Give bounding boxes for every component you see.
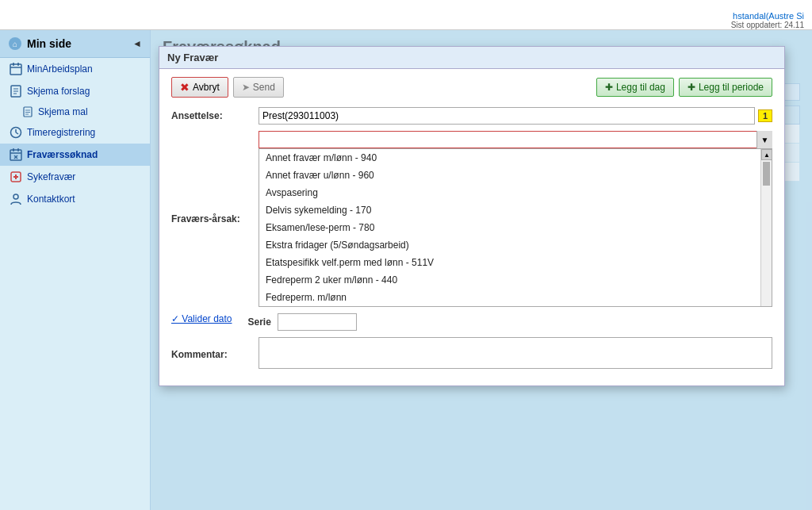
svg-rect-5 <box>17 63 19 66</box>
fravers-arsak-input-wrapper: ▼ Annet fravær m/lønn - 940Annet fravær … <box>259 131 772 307</box>
person-icon <box>10 193 22 205</box>
sidebar-header: ⌂ Min side ◄ <box>0 30 150 58</box>
last-updated: Sist oppdatert: 24.11 <box>731 21 804 29</box>
sidebar-collapse-button[interactable]: ◄ <box>132 38 142 49</box>
dropdown-item[interactable]: Annet fravær m/lønn - 940 <box>259 149 760 167</box>
serie-row: Serie <box>248 313 357 331</box>
dropdown-item[interactable]: Ferie m/lønn - 210 <box>259 306 760 307</box>
dropdown-list: Annet fravær m/lønn - 940Annet fravær u/… <box>259 148 772 307</box>
send-arrow-icon: ➤ <box>242 82 250 93</box>
svg-rect-4 <box>13 63 14 66</box>
fravers-arsak-row: Fraværs-årsak: ▼ <box>171 131 772 307</box>
legg-til-dag-label: Legg til dag <box>616 82 665 93</box>
valider-serie-row: ✓ Valider dato Serie <box>171 313 772 331</box>
modal-toolbar-left: ✖ Avbryt ➤ Send <box>171 77 284 98</box>
svg-text:⌂: ⌂ <box>13 40 17 48</box>
kommentar-textarea[interactable] <box>259 337 772 369</box>
svg-rect-17 <box>10 150 21 160</box>
plus-periode-icon: ✚ <box>688 82 695 93</box>
modal-toolbar-right: ✚ Legg til dag ✚ Legg til periode <box>596 78 772 97</box>
send-button[interactable]: ➤ Send <box>233 77 284 98</box>
ansettelse-select[interactable]: Prest(293011003) <box>259 107 755 125</box>
modal-overlay: Ny Fravær ✖ Avbryt ➤ Send <box>151 30 812 510</box>
fravers-arsak-label: Fraværs-årsak: <box>171 213 259 224</box>
sidebar-item-sykefravær[interactable]: Sykefravær <box>0 166 150 188</box>
sidebar-item-timeregistrering-label: Timeregistrering <box>27 127 95 138</box>
sidebar-title-text: Min side <box>27 37 71 50</box>
sidebar: ⌂ Min side ◄ MinArbeidsplan Skjema f <box>0 30 151 510</box>
medical-icon <box>10 171 22 183</box>
sidebar-item-skjema-mal[interactable]: Skjema mal <box>0 102 150 121</box>
avbryt-label: Avbryt <box>193 82 220 93</box>
send-label: Send <box>253 82 275 93</box>
scroll-track <box>761 160 772 307</box>
sidebar-item-kontaktkort-label: Kontaktkort <box>27 194 75 205</box>
sidebar-item-fravarssoknad-label: Fraværssøknad <box>27 149 98 160</box>
dropdown-scrollbar[interactable]: ▲ ▼ <box>760 149 772 307</box>
legg-til-dag-button[interactable]: ✚ Legg til dag <box>596 78 674 97</box>
home-icon: ⌂ <box>8 36 22 51</box>
dropdown-items: Annet fravær m/lønn - 940Annet fravær u/… <box>259 149 760 307</box>
dropdown-wrapper: Annet fravær m/lønn - 940Annet fravær u/… <box>259 148 772 307</box>
ansettelse-input-wrapper: Prest(293011003) 1 <box>259 107 772 125</box>
calendar-icon <box>10 63 22 75</box>
valider-dato-link[interactable]: ✓ Valider dato <box>171 313 232 331</box>
doc-icon <box>22 106 33 117</box>
sidebar-item-minarbeidsplan[interactable]: MinArbeidsplan <box>0 58 150 80</box>
sidebar-item-kontaktkort[interactable]: Kontaktkort <box>0 188 150 210</box>
dropdown-item[interactable]: Fedreperm 2 uker m/lønn - 440 <box>259 271 760 289</box>
svg-rect-10 <box>24 107 32 117</box>
dropdown-item[interactable]: Avspasering <box>259 184 760 201</box>
clock-icon <box>10 126 22 139</box>
svg-rect-20 <box>17 148 19 151</box>
svg-point-26 <box>13 194 18 199</box>
modal-header: Ny Fravær <box>159 47 784 69</box>
modal-toolbar: ✖ Avbryt ➤ Send ✚ Legg til dag <box>171 77 772 98</box>
form-icon <box>10 85 22 98</box>
avbryt-button[interactable]: ✖ Avbryt <box>171 77 228 98</box>
sidebar-item-timeregistrering[interactable]: Timeregistrering <box>0 121 150 144</box>
modal: Ny Fravær ✖ Avbryt ➤ Send <box>159 46 785 386</box>
sidebar-item-fravarssoknad[interactable]: Fraværssøknad <box>0 144 150 166</box>
sidebar-item-skjema-forslag-label: Skjema forslag <box>27 86 90 97</box>
dropdown-item[interactable]: Fedreperm. m/lønn <box>259 289 760 306</box>
kommentar-input-wrapper <box>259 337 772 371</box>
legg-til-periode-button[interactable]: ✚ Legg til periode <box>679 78 772 97</box>
user-info: hstandal(Austre Si <box>733 11 804 21</box>
cancel-icon: ✖ <box>180 81 190 94</box>
sidebar-item-minarbeidsplan-label: MinArbeidsplan <box>27 63 93 75</box>
modal-body: ✖ Avbryt ➤ Send ✚ Legg til dag <box>159 69 784 385</box>
svg-rect-19 <box>13 148 14 151</box>
sidebar-item-sykefraer-label: Sykefravær <box>27 171 75 182</box>
ansettelse-row: Ansettelse: Prest(293011003) 1 <box>171 107 772 125</box>
dropdown-item[interactable]: Delvis sykemelding - 170 <box>259 201 760 219</box>
fravers-arsak-input[interactable] <box>259 131 772 148</box>
scroll-up-button[interactable]: ▲ <box>761 149 772 160</box>
main-content: Fraværssøknad Vis alle Fra: 📅 Til: 📅 Dra… <box>151 30 812 510</box>
top-bar: hstandal(Austre Si Sist oppdatert: 24.11 <box>0 0 812 30</box>
sidebar-item-skjema-forslag[interactable]: Skjema forslag <box>0 80 150 102</box>
kommentar-row: Kommentar: <box>171 337 772 371</box>
kommentar-label: Kommentar: <box>171 349 259 360</box>
ansettelse-badge: 1 <box>758 109 772 122</box>
dropdown-item[interactable]: Ekstra fridager (5/Søndagsarbeid) <box>259 236 760 254</box>
calendar-x-icon <box>10 148 22 161</box>
sidebar-item-skjema-mal-label: Skjema mal <box>38 106 88 117</box>
scroll-thumb[interactable] <box>763 162 770 186</box>
plus-dag-icon: ✚ <box>605 82 613 93</box>
svg-rect-2 <box>10 64 21 75</box>
dropdown-item[interactable]: Annet fravær u/lønn - 960 <box>259 167 760 184</box>
serie-label: Serie <box>248 316 271 328</box>
dropdown-item[interactable]: Etatspesifikk velf.perm med lønn - 511V <box>259 254 760 271</box>
svg-line-16 <box>16 132 18 134</box>
serie-input[interactable] <box>278 313 357 331</box>
dropdown-item[interactable]: Eksamen/lese-perm - 780 <box>259 219 760 236</box>
ansettelse-label: Ansettelse: <box>171 110 259 121</box>
legg-til-periode-label: Legg til periode <box>699 82 764 93</box>
fravers-arsak-dropdown-arrow[interactable]: ▼ <box>756 131 772 148</box>
